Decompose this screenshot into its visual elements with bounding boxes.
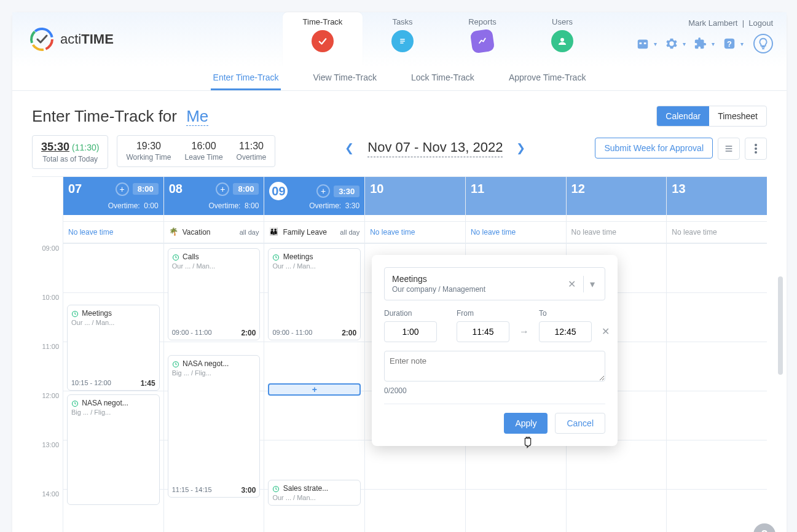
nav-time-track[interactable]: Time-Track [283, 12, 363, 66]
day-grid[interactable]: MeetingsOur ... / Man...09:00 - 11:002:0… [264, 243, 364, 532]
clear-time-icon[interactable]: ✕ [602, 326, 610, 342]
clock-icon [272, 254, 280, 261]
logo-icon [29, 27, 54, 52]
day-grid[interactable] [667, 243, 767, 532]
subnav-view[interactable]: View Time-Track [310, 66, 379, 90]
calendar-range-icon[interactable] [634, 35, 651, 52]
submit-week-button[interactable]: Submit Week for Approval [595, 138, 713, 158]
duration-input[interactable] [384, 321, 437, 342]
day-header[interactable]: 07+8:00Overtime: 0:00 [63, 177, 163, 215]
calendar-event[interactable]: CallsOur ... / Man...09:00 - 11:002:00 [168, 248, 261, 340]
duration-label: Duration [384, 309, 437, 318]
hour-label: 11:00 [32, 342, 63, 391]
calendar-event[interactable]: Sales strate...Our ... / Man... [268, 480, 361, 506]
svg-point-2 [29, 27, 54, 52]
subnav-approve[interactable]: Approve Time-Track [506, 66, 589, 90]
cancel-button[interactable]: Cancel [555, 413, 605, 434]
hour-label: 14:00 [32, 489, 63, 532]
day-grid[interactable]: MeetingsOur ... / Man...10:15 - 12:001:4… [63, 243, 163, 532]
day-header[interactable]: 08+8:00Overtime: 8:00 [164, 177, 264, 215]
from-input[interactable] [457, 321, 509, 342]
leave-row[interactable]: No leave time [365, 221, 465, 243]
day-number: 07 [68, 182, 82, 196]
lightbulb-icon[interactable] [753, 34, 773, 53]
nav-users[interactable]: Users [522, 12, 602, 66]
leave-row[interactable]: 👪Family Leaveall day [264, 221, 364, 243]
clear-task-icon[interactable]: ✕ [565, 276, 578, 292]
nav-reports[interactable]: Reports [442, 12, 522, 66]
leave-text: No leave time [571, 228, 616, 237]
dropdown-icon[interactable]: ▾ [583, 276, 597, 292]
day-header[interactable]: 11 [466, 177, 566, 215]
check-icon [312, 30, 334, 52]
add-slot[interactable]: + [268, 383, 361, 396]
add-entry-icon[interactable]: + [216, 182, 229, 196]
day-total: 3:30 [334, 186, 359, 197]
day-number: 12 [571, 182, 585, 196]
day-overtime: Overtime: 3:30 [269, 201, 359, 210]
add-entry-icon[interactable]: + [116, 182, 129, 196]
leave-row[interactable]: No leave time [63, 221, 163, 243]
svg-point-1 [29, 27, 53, 51]
more-icon[interactable] [745, 138, 767, 160]
calendar-event[interactable]: NASA negot...Big ... / Flig... [67, 394, 160, 505]
day-col: 08+8:00Overtime: 8:00🌴Vacationall day Ca… [163, 177, 264, 532]
summary-row: 35:30(11:30) Total as of Today 19:30Work… [32, 135, 767, 169]
subnav: Enter Time-Track View Time-Track Lock Ti… [12, 66, 787, 91]
day-header[interactable]: 13 [667, 177, 767, 215]
subnav-enter[interactable]: Enter Time-Track [211, 66, 281, 90]
nav-tasks[interactable]: Tasks [363, 12, 442, 66]
clock-icon [172, 361, 179, 368]
leave-row[interactable]: No leave time [567, 221, 667, 243]
next-week[interactable]: ❯ [514, 139, 528, 157]
scrollbar[interactable] [778, 276, 783, 375]
prev-week[interactable]: ❮ [342, 139, 356, 157]
calendar-event[interactable]: MeetingsOur ... / Man...10:15 - 12:001:4… [67, 305, 160, 391]
hour-label: 13:00 [32, 440, 63, 489]
to-label: To [539, 309, 592, 318]
day-header[interactable]: 10 [365, 177, 465, 215]
date-range[interactable]: Nov 07 - Nov 13, 2022 [367, 139, 503, 157]
gear-icon[interactable] [663, 35, 680, 52]
add-entry-icon[interactable]: + [316, 184, 330, 198]
summary-total[interactable]: 35:30(11:30) Total as of Today [32, 135, 108, 169]
view-calendar[interactable]: Calendar [657, 106, 709, 126]
leave-row[interactable]: No leave time [667, 221, 767, 243]
task-selector[interactable]: Meetings Our company / Management ✕ ▾ [384, 267, 605, 300]
calendar-event[interactable]: NASA negot...Big ... / Flig...11:15 - 14… [168, 355, 261, 498]
leave-tag: all day [240, 229, 259, 236]
logout-link[interactable]: Logout [748, 18, 773, 28]
day-header[interactable]: 09+3:30Overtime: 3:30 [264, 177, 364, 215]
calendar-event[interactable]: MeetingsOur ... / Man...09:00 - 11:002:0… [268, 248, 361, 340]
to-input[interactable] [539, 321, 592, 342]
main-nav: Time-Track Tasks Reports Users [283, 12, 634, 66]
day-total: 8:00 [233, 183, 259, 195]
time-row: Duration From → To ✕ [384, 309, 605, 342]
leave-text: No leave time [68, 228, 113, 237]
svg-rect-10 [644, 42, 646, 44]
svg-point-18 [755, 151, 757, 154]
leave-row[interactable]: 🌴Vacationall day [164, 221, 264, 243]
leave-row[interactable]: No leave time [466, 221, 566, 243]
puzzle-icon[interactable] [692, 35, 709, 52]
day-col: 13No leave time [666, 177, 767, 532]
note-input[interactable] [384, 351, 605, 381]
subnav-lock[interactable]: Lock Time-Track [409, 66, 477, 90]
clock-icon [172, 254, 179, 261]
view-timesheet[interactable]: Timesheet [709, 106, 766, 126]
apply-button[interactable]: Apply [504, 413, 548, 434]
day-total: 8:00 [133, 183, 159, 195]
user-selector[interactable]: Me [186, 107, 208, 126]
day-number: 08 [169, 182, 183, 196]
day-header[interactable]: 12 [567, 177, 667, 215]
clock-icon [272, 485, 280, 493]
user-line: Mark Lambert | Logout [688, 18, 773, 28]
help-icon[interactable]: ? [721, 35, 738, 52]
day-grid[interactable]: CallsOur ... / Man...09:00 - 11:002:00 N… [164, 243, 264, 532]
date-nav: ❮ Nov 07 - Nov 13, 2022 ❯ [284, 139, 586, 157]
list-view-icon[interactable] [718, 138, 740, 160]
username-link[interactable]: Mark Lambert [688, 18, 737, 28]
clock-icon [71, 400, 79, 407]
logo[interactable]: actiTIME [12, 12, 283, 66]
svg-point-7 [560, 38, 564, 42]
